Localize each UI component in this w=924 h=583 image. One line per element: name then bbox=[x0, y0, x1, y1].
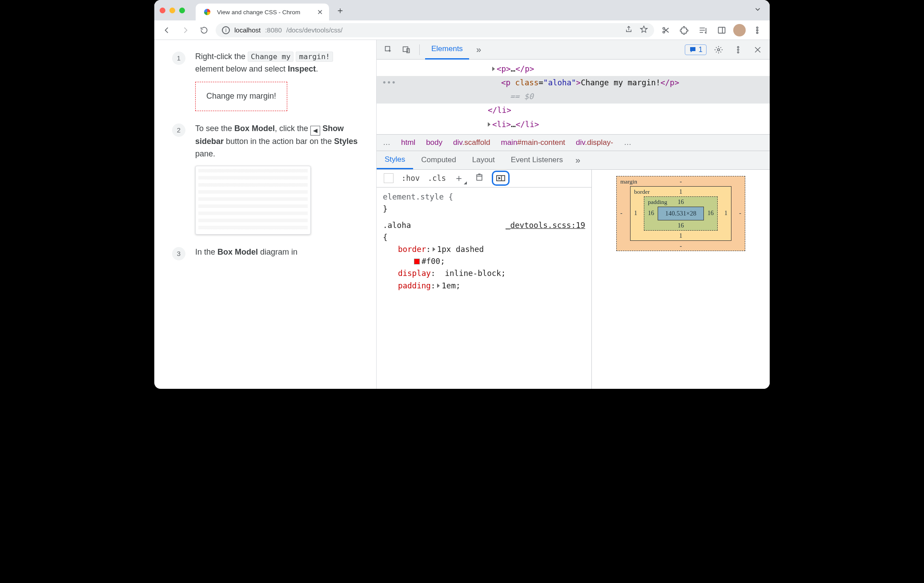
step-body: Right-click the Change my margin! elemen… bbox=[195, 51, 360, 111]
new-tab-button[interactable]: ＋ bbox=[333, 4, 347, 17]
step-number: 1 bbox=[172, 52, 185, 65]
crumb-item[interactable]: div.scaffold bbox=[453, 138, 490, 147]
styles-tabstrip: Styles Computed Layout Event Listeners » bbox=[377, 151, 770, 170]
svg-point-3 bbox=[756, 27, 758, 28]
screenshot-thumbnail bbox=[195, 166, 311, 235]
tab-styles[interactable]: Styles bbox=[377, 151, 413, 169]
address-bar[interactable]: i localhost:8080/docs/devtools/css/ bbox=[216, 23, 654, 37]
inspect-element-icon[interactable] bbox=[381, 42, 396, 57]
devtools-menu-icon[interactable] bbox=[731, 42, 746, 57]
step-number: 3 bbox=[172, 247, 185, 260]
svg-point-11 bbox=[737, 49, 739, 50]
url-path: /docs/devtools/css/ bbox=[286, 26, 343, 34]
issues-button[interactable]: 1 bbox=[685, 44, 707, 55]
crumb-overflow[interactable]: … bbox=[624, 138, 631, 147]
css-source-link[interactable]: _devtools.scss:19 bbox=[506, 220, 585, 232]
svg-rect-2 bbox=[719, 27, 725, 33]
extensions-icon[interactable] bbox=[677, 23, 691, 37]
overflow-menu-icon[interactable]: ••• bbox=[382, 77, 396, 89]
device-toolbar-icon[interactable] bbox=[399, 42, 414, 57]
settings-icon[interactable] bbox=[711, 42, 726, 57]
code-chip: margin! bbox=[296, 52, 333, 62]
separator bbox=[419, 44, 420, 55]
css-rules-pane[interactable]: element.style { } .aloha _devtools.scss:… bbox=[377, 188, 591, 389]
step-body: To see the Box Model, click the ◀ Show s… bbox=[195, 123, 360, 235]
svg-point-0 bbox=[663, 27, 665, 29]
minimize-window-button[interactable] bbox=[169, 8, 175, 13]
new-style-rule-button[interactable]: ＋◢ bbox=[454, 172, 467, 185]
close-window-button[interactable] bbox=[160, 8, 165, 13]
svg-point-1 bbox=[663, 31, 665, 33]
filter-input[interactable] bbox=[384, 173, 394, 183]
window-controls bbox=[160, 8, 185, 13]
show-sidebar-glyph-icon: ◀ bbox=[310, 126, 320, 136]
selected-dom-node: ••• <p class="aloha">Change my margin!</… bbox=[377, 76, 770, 90]
svg-point-12 bbox=[737, 52, 739, 53]
forward-button[interactable] bbox=[178, 23, 193, 37]
svg-point-5 bbox=[756, 32, 758, 33]
tab-close-button[interactable]: ✕ bbox=[317, 8, 323, 16]
tab-elements[interactable]: Elements bbox=[425, 40, 469, 60]
share-icon[interactable] bbox=[625, 25, 633, 35]
copy-styles-icon[interactable] bbox=[475, 173, 484, 184]
more-tabs-button[interactable]: » bbox=[472, 44, 486, 55]
svg-point-9 bbox=[718, 48, 720, 51]
tab-strip: View and change CSS - Chrom ✕ ＋ bbox=[154, 0, 770, 20]
crumb-overflow[interactable]: … bbox=[383, 138, 390, 147]
site-info-icon[interactable]: i bbox=[222, 26, 230, 34]
tab-layout[interactable]: Layout bbox=[464, 151, 503, 169]
code-chip: Change my bbox=[248, 52, 293, 62]
box-model-margin[interactable]: margin - - - - border 1 1 1 1 bbox=[616, 176, 745, 251]
step-number: 2 bbox=[172, 124, 185, 137]
box-model-pane: margin - - - - border 1 1 1 1 bbox=[592, 170, 770, 389]
content-area: 1 Right-click the Change my margin! elem… bbox=[154, 40, 770, 389]
svg-point-4 bbox=[756, 29, 758, 31]
demo-target-element[interactable]: Change my margin! bbox=[195, 82, 287, 111]
color-swatch-icon[interactable] bbox=[414, 259, 420, 264]
box-model-content[interactable]: 140.531×28 bbox=[658, 207, 704, 220]
show-sidebar-button[interactable] bbox=[492, 171, 510, 186]
crumb-item[interactable]: html bbox=[401, 138, 415, 147]
crumb-item[interactable]: body bbox=[426, 138, 442, 147]
crumb-item[interactable]: div.display- bbox=[576, 138, 613, 147]
hov-toggle[interactable]: :hov bbox=[402, 174, 420, 183]
chrome-favicon-icon bbox=[203, 8, 211, 16]
tab-computed[interactable]: Computed bbox=[413, 151, 464, 169]
reading-list-icon[interactable] bbox=[696, 23, 710, 37]
more-styles-tabs[interactable]: » bbox=[571, 155, 585, 165]
svg-rect-7 bbox=[403, 47, 408, 52]
side-panel-icon[interactable] bbox=[715, 23, 729, 37]
close-devtools-button[interactable] bbox=[750, 42, 765, 57]
bookmark-icon[interactable] bbox=[640, 25, 648, 35]
browser-tab[interactable]: View and change CSS - Chrom ✕ bbox=[196, 4, 329, 20]
documentation-page: 1 Right-click the Change my margin! elem… bbox=[154, 40, 377, 389]
svg-rect-13 bbox=[477, 176, 482, 180]
dom-tree[interactable]: <p>…</p> ••• <p class="aloha">Change my … bbox=[377, 60, 770, 134]
styles-action-bar: :hov .cls ＋◢ bbox=[377, 170, 591, 188]
profile-avatar[interactable] bbox=[733, 24, 746, 36]
box-model-padding[interactable]: padding 16 16 16 16 140.531×28 bbox=[644, 196, 718, 231]
issues-count: 1 bbox=[699, 46, 703, 54]
browser-window: View and change CSS - Chrom ✕ ＋ i localh… bbox=[154, 0, 770, 389]
cls-toggle[interactable]: .cls bbox=[428, 174, 446, 183]
svg-rect-14 bbox=[497, 176, 505, 181]
crumb-item[interactable]: main#main-content bbox=[501, 138, 566, 147]
tab-event-listeners[interactable]: Event Listeners bbox=[503, 151, 571, 169]
devtools-panel: Elements » 1 <p>…</p> ••• <p class= bbox=[377, 40, 770, 389]
box-model-border[interactable]: border 1 1 1 1 padding 16 16 16 bbox=[630, 186, 731, 241]
toolbar: i localhost:8080/docs/devtools/css/ bbox=[154, 20, 770, 40]
fullscreen-window-button[interactable] bbox=[179, 8, 185, 13]
back-button[interactable] bbox=[160, 23, 174, 37]
chrome-menu-button[interactable] bbox=[750, 23, 764, 37]
step-body: In the Box Model diagram in bbox=[195, 246, 360, 260]
url-host: localhost bbox=[234, 26, 261, 34]
tabs-menu-button[interactable] bbox=[751, 5, 764, 15]
css-selector[interactable]: .aloha bbox=[383, 221, 411, 230]
reload-button[interactable] bbox=[197, 23, 211, 37]
devtools-toolbar: Elements » 1 bbox=[377, 40, 770, 60]
svg-point-10 bbox=[737, 46, 739, 48]
url-port: :8080 bbox=[265, 26, 282, 34]
dom-breadcrumb[interactable]: … html body div.scaffold main#main-conte… bbox=[377, 134, 770, 151]
scissors-icon[interactable] bbox=[659, 23, 673, 37]
tab-title: View and change CSS - Chrom bbox=[217, 9, 300, 16]
